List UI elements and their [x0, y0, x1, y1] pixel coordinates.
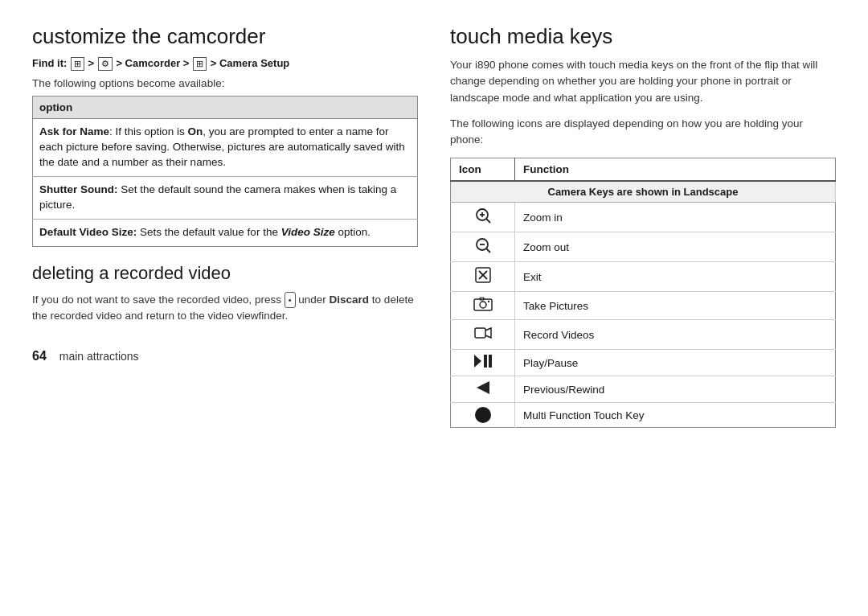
table-header-row: Icon Function: [451, 158, 836, 182]
record-videos-function: Record Videos: [515, 320, 836, 350]
camera-svg: [473, 296, 493, 312]
previous-rewind-function: Previous/Rewind: [515, 376, 836, 403]
on-term: On: [188, 125, 203, 138]
discard-button-icon: •: [285, 292, 296, 309]
svg-rect-14: [475, 328, 485, 338]
dot-icon: [451, 403, 515, 428]
function-column-header: Function: [515, 158, 836, 182]
table-row: Shutter Sound: Set the default sound the…: [33, 177, 418, 220]
zoom-out-svg: [474, 236, 492, 254]
circle-icon: [475, 407, 491, 423]
zoom-in-icon: [451, 203, 515, 232]
svg-rect-16: [484, 355, 487, 368]
footer: 64 main attractions: [32, 349, 418, 363]
zoom-in-function: Zoom in: [515, 203, 836, 232]
default-video-term: Default Video Size:: [39, 226, 137, 238]
touch-media-para2: The following icons are displayed depend…: [450, 116, 836, 149]
svg-marker-15: [474, 355, 481, 368]
svg-point-11: [480, 302, 486, 308]
table-row: Default Video Size: Sets the default val…: [33, 219, 418, 246]
footer-section-label: main attractions: [59, 350, 139, 363]
shutter-sound-term: Shutter Sound:: [39, 183, 118, 195]
table-row: Play/Pause: [451, 350, 836, 376]
option-ask-for-name: Ask for Name: If this option is On, you …: [33, 119, 418, 177]
exit-svg: [474, 266, 492, 284]
record-svg: [474, 324, 492, 342]
zoom-out-function: Zoom out: [515, 232, 836, 262]
discard-label: Discard: [330, 294, 370, 306]
take-pictures-function: Take Pictures: [515, 292, 836, 320]
following-options-text: The following options become available:: [32, 77, 418, 89]
svg-marker-18: [477, 381, 489, 394]
page-number: 64: [32, 349, 47, 363]
play-pause-icon: [451, 350, 515, 376]
table-row: Exit: [451, 262, 836, 292]
table-row: Record Videos: [451, 320, 836, 350]
delete-body-text: If you do not want to save the recorded …: [32, 292, 418, 325]
left-column: customize the camcorder Find it: ⊞ > ⚙ >…: [32, 24, 418, 363]
landscape-subheader-row: Camera Keys are shown in Landscape: [451, 181, 836, 203]
rewind-svg: [476, 380, 490, 395]
table-row: Zoom in: [451, 203, 836, 232]
exit-icon: [451, 262, 515, 292]
landscape-subheader: Camera Keys are shown in Landscape: [451, 181, 836, 203]
table-row: Ask for Name: If this option is On, you …: [33, 119, 418, 177]
table-row: Zoom out: [451, 232, 836, 262]
options-table-header: option: [33, 97, 418, 119]
find-it-label: Find it:: [32, 57, 67, 69]
menu-icon-1: ⊞: [71, 57, 84, 71]
svg-line-3: [486, 219, 490, 223]
multi-function-key: Multi Function Touch Key: [515, 403, 836, 428]
play-pause-svg: [473, 354, 493, 368]
record-icon: [451, 320, 515, 350]
icon-column-header: Icon: [451, 158, 515, 182]
video-size-term: Video Size: [281, 226, 335, 238]
rewind-icon: [451, 376, 515, 403]
touch-keys-table: Icon Function Camera Keys are shown in L…: [450, 158, 836, 428]
menu-icon-2: ⊞: [193, 57, 207, 71]
table-row: Take Pictures: [451, 292, 836, 320]
svg-line-6: [486, 248, 490, 253]
camera-icon: [451, 292, 515, 320]
play-pause-function: Play/Pause: [515, 350, 836, 376]
page-container: customize the camcorder Find it: ⊞ > ⚙ >…: [32, 24, 836, 428]
find-it-line: Find it: ⊞ > ⚙ > Camcorder > ⊞ > Camera …: [32, 57, 418, 71]
delete-title: deleting a recorded video: [32, 263, 418, 284]
option-default-video-size: Default Video Size: Sets the default val…: [33, 219, 418, 246]
right-column: touch media keys Your i890 phone comes w…: [450, 24, 836, 428]
option-shutter-sound: Shutter Sound: Set the default sound the…: [33, 177, 418, 220]
zoom-in-svg: [474, 207, 492, 224]
zoom-out-icon: [451, 232, 515, 262]
svg-point-13: [487, 301, 489, 302]
exit-function: Exit: [515, 262, 836, 292]
table-row: Previous/Rewind: [451, 376, 836, 403]
touch-media-title: touch media keys: [450, 24, 836, 49]
customize-title: customize the camcorder: [32, 24, 418, 49]
ask-for-name-term: Ask for Name: [39, 125, 109, 138]
options-table: option Ask for Name: If this option is O…: [32, 96, 418, 246]
touch-media-para1: Your i890 phone comes with touch media k…: [450, 57, 836, 106]
table-row: Multi Function Touch Key: [451, 403, 836, 428]
settings-icon: ⚙: [98, 57, 113, 71]
svg-rect-17: [489, 355, 492, 368]
